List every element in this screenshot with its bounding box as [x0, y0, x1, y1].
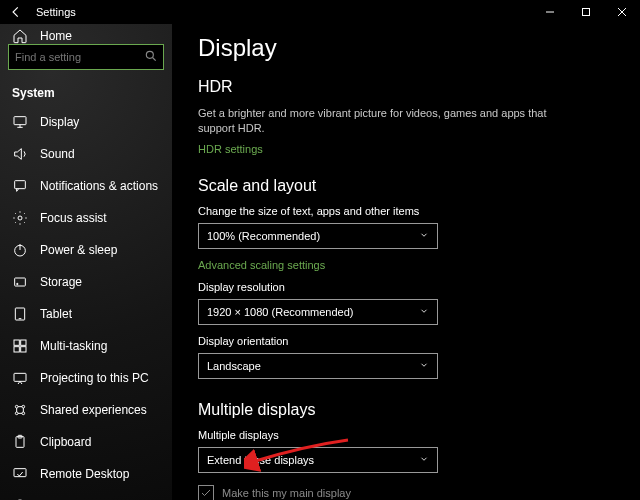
close-button[interactable]: [604, 0, 640, 24]
scale-heading: Scale and layout: [198, 177, 614, 195]
multiple-displays-dropdown[interactable]: Extend these displays: [198, 447, 438, 473]
svg-point-24: [15, 412, 18, 415]
sidebar-item-label: Notifications & actions: [40, 179, 158, 193]
svg-point-10: [18, 216, 22, 220]
home-icon: [12, 28, 28, 44]
notify-icon: [12, 178, 28, 194]
chevron-down-icon: [419, 306, 429, 318]
multiple-displays-value: Extend these displays: [207, 454, 314, 466]
window-title: Settings: [32, 6, 76, 18]
power-icon: [12, 242, 28, 258]
svg-line-5: [153, 58, 156, 61]
sidebar-item-label: Shared experiences: [40, 403, 147, 417]
svg-point-4: [146, 51, 153, 58]
sidebar-item-label: Clipboard: [40, 435, 91, 449]
sidebar-item-notify[interactable]: Notifications & actions: [0, 170, 172, 202]
orientation-value: Landscape: [207, 360, 261, 372]
sidebar-home-label: Home: [40, 29, 72, 43]
text-size-dropdown[interactable]: 100% (Recommended): [198, 223, 438, 249]
sidebar-item-storage[interactable]: Storage: [0, 266, 172, 298]
remote-icon: [12, 466, 28, 482]
sidebar-item-about[interactable]: About: [0, 490, 172, 500]
sidebar-item-sound[interactable]: Sound: [0, 138, 172, 170]
orientation-label: Display orientation: [198, 335, 614, 347]
maximize-button[interactable]: [568, 0, 604, 24]
main-display-checkbox[interactable]: [198, 485, 214, 500]
sidebar-item-label: Projecting to this PC: [40, 371, 149, 385]
svg-rect-19: [14, 347, 19, 352]
main-content: Display HDR Get a brighter and more vibr…: [172, 24, 640, 500]
text-size-value: 100% (Recommended): [207, 230, 320, 242]
tablet-icon: [12, 306, 28, 322]
focus-icon: [12, 210, 28, 226]
svg-point-22: [15, 405, 18, 408]
text-size-label: Change the size of text, apps and other …: [198, 205, 614, 217]
search-icon: [144, 49, 158, 67]
sidebar-item-label: Multi-tasking: [40, 339, 107, 353]
search-field[interactable]: [8, 44, 164, 70]
sidebar-item-label: Remote Desktop: [40, 467, 129, 481]
sidebar-item-remote[interactable]: Remote Desktop: [0, 458, 172, 490]
sidebar-item-label: Power & sleep: [40, 243, 117, 257]
chevron-down-icon: [419, 360, 429, 372]
search-input[interactable]: [8, 44, 164, 70]
sidebar-item-label: Storage: [40, 275, 82, 289]
shared-icon: [12, 402, 28, 418]
multiple-displays-label: Multiple displays: [198, 429, 614, 441]
hdr-description: Get a brighter and more vibrant picture …: [198, 106, 558, 137]
svg-point-23: [22, 405, 25, 408]
chevron-down-icon: [419, 454, 429, 466]
orientation-dropdown[interactable]: Landscape: [198, 353, 438, 379]
clipboard-icon: [12, 434, 28, 450]
multitask-icon: [12, 338, 28, 354]
svg-rect-9: [15, 181, 26, 189]
page-title: Display: [198, 34, 614, 62]
advanced-scaling-link[interactable]: Advanced scaling settings: [198, 259, 614, 271]
svg-rect-1: [583, 9, 590, 16]
sidebar-item-label: Focus assist: [40, 211, 107, 225]
sidebar: Home System DisplaySoundNotifications & …: [0, 24, 172, 500]
chevron-down-icon: [419, 230, 429, 242]
svg-rect-21: [14, 373, 26, 381]
minimize-button[interactable]: [532, 0, 568, 24]
sidebar-item-clipboard[interactable]: Clipboard: [0, 426, 172, 458]
sidebar-item-shared[interactable]: Shared experiences: [0, 394, 172, 426]
sidebar-item-label: Display: [40, 115, 79, 129]
sidebar-item-label: Sound: [40, 147, 75, 161]
main-display-checkbox-label: Make this my main display: [222, 487, 351, 499]
sidebar-item-project[interactable]: Projecting to this PC: [0, 362, 172, 394]
display-icon: [12, 114, 28, 130]
sidebar-home[interactable]: Home: [0, 28, 172, 44]
sidebar-item-multitask[interactable]: Multi-tasking: [0, 330, 172, 362]
hdr-settings-link[interactable]: HDR settings: [198, 143, 614, 155]
sidebar-item-focus[interactable]: Focus assist: [0, 202, 172, 234]
resolution-value: 1920 × 1080 (Recommended): [207, 306, 353, 318]
svg-rect-18: [21, 340, 26, 345]
resolution-dropdown[interactable]: 1920 × 1080 (Recommended): [198, 299, 438, 325]
back-button[interactable]: [0, 5, 32, 19]
svg-rect-17: [14, 340, 19, 345]
hdr-heading: HDR: [198, 78, 614, 96]
sound-icon: [12, 146, 28, 162]
svg-point-25: [22, 412, 25, 415]
svg-rect-13: [15, 278, 26, 286]
main-display-checkbox-row: Make this my main display: [198, 485, 614, 500]
project-icon: [12, 370, 28, 386]
multiple-displays-heading: Multiple displays: [198, 401, 614, 419]
svg-rect-6: [14, 117, 26, 125]
sidebar-item-label: Tablet: [40, 307, 72, 321]
svg-rect-20: [21, 347, 26, 352]
sidebar-item-tablet[interactable]: Tablet: [0, 298, 172, 330]
sidebar-item-display[interactable]: Display: [0, 106, 172, 138]
resolution-label: Display resolution: [198, 281, 614, 293]
sidebar-item-power[interactable]: Power & sleep: [0, 234, 172, 266]
sidebar-category: System: [0, 78, 172, 106]
svg-point-14: [17, 283, 18, 284]
storage-icon: [12, 274, 28, 290]
